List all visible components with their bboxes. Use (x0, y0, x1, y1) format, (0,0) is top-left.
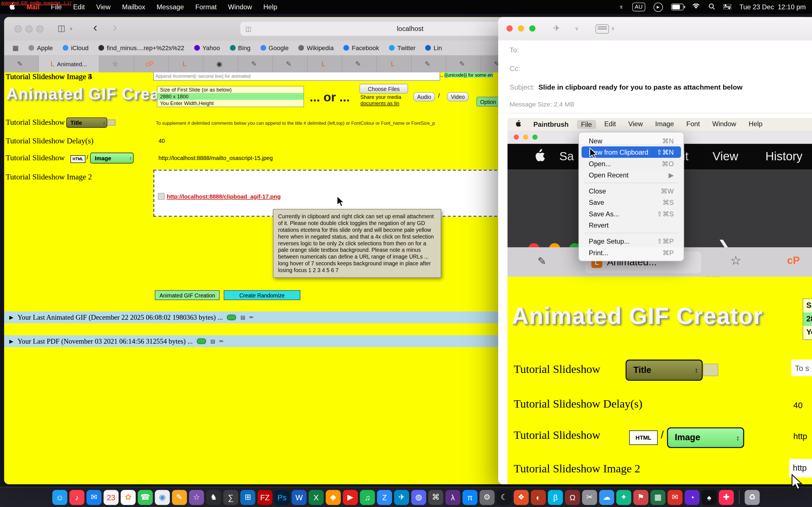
dock-app-icon[interactable]: ◐ (531, 490, 546, 504)
dock-app-icon[interactable]: ☾ (497, 490, 511, 504)
menu-item[interactable]: View (96, 3, 110, 11)
control-center-icon[interactable] (723, 3, 731, 11)
append-row-input[interactable]: Append #comment[~second line] for animat… (153, 72, 441, 80)
bookmark-item[interactable]: Yahoo (194, 44, 220, 52)
dock-app-icon[interactable]: X (309, 490, 324, 504)
file-menu-item[interactable]: Close ⌘W (581, 185, 681, 196)
menu-item[interactable]: Edit (73, 3, 85, 11)
dock-app-icon[interactable]: ✎ (172, 490, 187, 504)
dock-app-icon[interactable]: ✿ (121, 490, 136, 504)
paintbrush-menu-item[interactable]: Font (686, 120, 700, 128)
back-button[interactable]: ‹ (93, 20, 98, 35)
html-chip[interactable]: HTML (70, 155, 86, 163)
green-pill-icon[interactable] (227, 315, 236, 320)
audio-button[interactable]: Audio (413, 92, 435, 101)
paintbrush-menu-item[interactable]: Window (712, 120, 736, 128)
pencil-mini-icon[interactable]: ✏ (250, 315, 254, 320)
bookmark-item[interactable]: Twitter (389, 44, 416, 52)
dock-app-icon[interactable]: ▶ (343, 490, 358, 504)
bookmark-item[interactable]: Wikipedia (299, 44, 334, 52)
size-box-dimensions[interactable]: 2880 x 1800 (157, 93, 303, 100)
image-select[interactable]: Image↕ (90, 153, 134, 164)
dock-app-icon[interactable]: ⊞ (240, 490, 255, 504)
file-menu-item[interactable]: Save ⌘S (581, 196, 681, 208)
browser-tab[interactable]: L Animated... (39, 55, 100, 73)
dock-app-icon[interactable]: ⌘ (428, 490, 443, 504)
browser-tab[interactable]: ✎ (342, 55, 377, 73)
browser-tab[interactable]: ✎ (273, 55, 308, 73)
dock-app-icon[interactable]: π (462, 490, 477, 504)
title-select[interactable]: Title↕ (66, 117, 107, 128)
grid-mini-icon[interactable]: ▤ (241, 315, 245, 320)
file-menu-item[interactable]: Save As... ⇧⌘S (581, 208, 681, 219)
dock-app-icon[interactable]: ∑ (223, 490, 238, 504)
pencil-mini-icon[interactable]: ✏ (219, 338, 223, 344)
browser-tab[interactable]: ◉ (204, 55, 238, 73)
file-menu-item[interactable] (584, 233, 678, 233)
minimize-button[interactable] (523, 135, 528, 140)
create-randomize-button[interactable]: Create Randomize (223, 290, 300, 300)
dock-app-icon[interactable]: ◍ (411, 490, 426, 504)
bookmark-item[interactable]: Apple (29, 44, 53, 52)
browser-tab[interactable]: ✎ (412, 55, 446, 73)
browser-tab[interactable]: L (308, 55, 342, 73)
bookmark-item[interactable]: find_minus....rep+%22s%22 (98, 44, 184, 52)
dock-app-icon[interactable]: ◔ (684, 490, 700, 504)
browser-tab[interactable]: cP (134, 55, 169, 73)
dock-app-icon[interactable]: Z (377, 490, 392, 504)
sidebar-chevron-icon[interactable]: ∨ (69, 26, 73, 31)
spotlight-search-icon[interactable] (708, 3, 715, 11)
minimize-button[interactable] (26, 25, 33, 33)
cc-field[interactable]: Cc: (498, 59, 812, 78)
bookmark-item[interactable]: Facebook (343, 44, 379, 52)
battery-icon[interactable] (671, 4, 683, 10)
sidebar-toggle-icon[interactable]: ◫ (57, 23, 65, 33)
dock-app-icon[interactable]: ✉ (87, 490, 101, 504)
paintbrush-menu-item[interactable]: Edit (604, 120, 616, 128)
file-menu-item[interactable] (584, 182, 678, 183)
paintbrush-menu-item[interactable]: File (577, 120, 596, 128)
file-menu-item[interactable]: Open Recent ▶ (581, 169, 681, 180)
dock-app-icon[interactable]: ♞ (206, 490, 221, 504)
paintbrush-menu-item[interactable]: View (628, 120, 643, 128)
dock-app-icon[interactable]: ❖ (514, 490, 529, 504)
dock-app-icon[interactable]: ♪ (69, 490, 84, 504)
video-button[interactable]: Video (447, 92, 469, 101)
send-options-chevron-icon[interactable]: ∨ (575, 25, 578, 31)
send-icon[interactable]: ✈ (553, 23, 560, 33)
dock-app-icon[interactable]: λ (446, 490, 460, 504)
zoom-button[interactable] (532, 135, 538, 140)
apple-menu-icon[interactable] (515, 120, 521, 128)
bookmark-grid-icon[interactable]: ▦ (12, 44, 19, 52)
dock-app-icon[interactable]: ▦ (651, 490, 665, 504)
file-menu-item[interactable]: Print... ⌘P (581, 247, 681, 258)
close-button[interactable] (514, 135, 519, 140)
dock-app-icon[interactable]: 23 (103, 490, 118, 504)
bookmark-item[interactable]: Google (260, 44, 289, 52)
menu-item[interactable]: Mailbox (122, 3, 145, 11)
paintbrush-menu-item[interactable]: Help (749, 120, 762, 128)
image2-url-link[interactable]: http://localhost:8888/clipboad_agif-17.p… (167, 193, 281, 200)
wifi-icon[interactable] (692, 3, 700, 11)
trash-icon[interactable]: ♻ (745, 490, 760, 504)
input-source-indicator[interactable]: AU (632, 3, 645, 11)
dock-app-icon[interactable]: β (548, 490, 563, 504)
dock-app-icon[interactable]: ✂ (582, 490, 597, 504)
title-color-swatch[interactable] (107, 119, 115, 126)
file-menu-item[interactable]: Page Setup... ⇧⌘P (581, 235, 681, 247)
browser-tab[interactable]: ✎ (238, 55, 273, 73)
slideshow1-url[interactable]: http://localhost:8888/mailto_osascript-1… (158, 155, 273, 161)
dock-app-icon[interactable]: ☎ (138, 490, 153, 504)
dock-app-icon[interactable]: ♠ (702, 490, 717, 504)
forward-button[interactable]: › (113, 20, 117, 35)
dock-app-icon[interactable]: Ps (274, 490, 289, 504)
paintbrush-app-name[interactable]: Paintbrush (534, 120, 569, 128)
dock-app-icon[interactable]: ✉ (668, 490, 682, 504)
dock-app-icon[interactable]: ☺ (52, 490, 67, 504)
file-menu-item[interactable]: Revert (581, 219, 681, 231)
dock-app-icon[interactable]: W (292, 490, 306, 504)
minimize-button[interactable] (518, 25, 524, 32)
play-icon[interactable]: ▶ (654, 2, 663, 11)
bookmark-item[interactable]: Bing (230, 44, 251, 52)
zoom-button[interactable] (36, 25, 44, 33)
